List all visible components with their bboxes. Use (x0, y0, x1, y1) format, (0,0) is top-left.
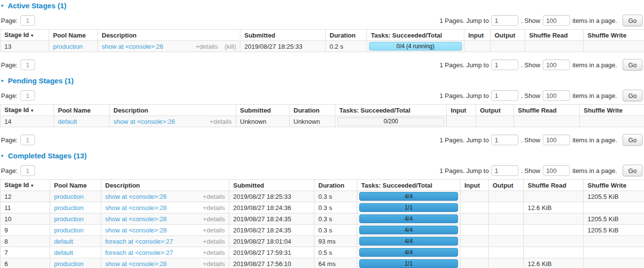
column-header-shuffle-write[interactable]: Shuffle Write (580, 105, 644, 116)
description-link[interactable]: show at <console>:28 (105, 204, 166, 211)
column-header-description[interactable]: Description (110, 105, 236, 116)
tasks-cell: 1/1 (357, 202, 460, 213)
column-header-submitted[interactable]: Submitted (229, 180, 314, 191)
task-progress-bar: 4/4 (359, 192, 458, 201)
show-items-input[interactable] (543, 165, 570, 176)
task-progress-label: 4/4 (360, 226, 458, 234)
jump-to-page-input[interactable] (491, 15, 518, 26)
column-header-output[interactable]: Output (476, 105, 514, 116)
go-button[interactable]: Go (623, 15, 643, 26)
description-cell: show at <console>:28+details (101, 225, 229, 236)
description-link[interactable]: show at <console>:26 (102, 43, 163, 50)
column-header-duration[interactable]: Duration (326, 30, 367, 41)
pending-stages-header[interactable]: ▾ Pending Stages (1) (1, 77, 643, 85)
column-header-description[interactable]: Description (101, 180, 229, 191)
submitted-cell: 2019/08/27 18:25:33 (229, 191, 314, 202)
details-link[interactable]: +details (203, 260, 225, 268)
pool-name-link[interactable]: production (54, 260, 84, 268)
pool-name-link[interactable]: production (54, 215, 84, 223)
details-link[interactable]: +details (203, 215, 225, 223)
description-link[interactable]: show at <console>:28 (105, 215, 166, 223)
page-label: Page: (1, 61, 18, 69)
show-items-input[interactable] (543, 90, 570, 101)
column-header-duration[interactable]: Duration (290, 105, 335, 116)
column-header-shuffle-read[interactable]: Shuffle Read (514, 105, 580, 116)
kill-link[interactable]: (kill) (224, 43, 236, 50)
column-header-submitted[interactable]: Submitted (240, 30, 326, 41)
output-cell (489, 202, 524, 213)
pagination-bar: Page: 1 Pages. Jump to . Show items in a… (1, 165, 643, 176)
page-number-input[interactable] (20, 134, 35, 145)
output-cell (489, 247, 524, 258)
column-header-output[interactable]: Output (491, 30, 525, 41)
column-header-pool-name[interactable]: Pool Name (54, 105, 110, 116)
pagination-bar: Page: 1 Pages. Jump to . Show items in a… (1, 134, 643, 146)
pool-name-link[interactable]: production (53, 43, 83, 50)
column-header-submitted[interactable]: Submitted (236, 105, 290, 116)
description-link[interactable]: show at <console>:28 (105, 227, 166, 234)
pool-name-link[interactable]: default (54, 249, 73, 256)
details-link[interactable]: +details (203, 249, 225, 256)
jump-to-page-input[interactable] (491, 134, 518, 145)
column-header-duration[interactable]: Duration (314, 180, 357, 191)
sort-descending-icon: ▾ (31, 33, 34, 38)
column-header-description[interactable]: Description (98, 30, 240, 41)
tasks-cell: 4/4 (357, 247, 460, 258)
column-header-input[interactable]: Input (447, 105, 476, 116)
page-number-input[interactable] (20, 59, 35, 70)
go-button[interactable]: Go (623, 134, 643, 146)
details-link[interactable]: +details (203, 227, 225, 234)
jump-to-page-input[interactable] (491, 59, 518, 70)
description-link[interactable]: foreach at <console>:27 (105, 238, 173, 245)
page-number-input[interactable] (20, 15, 35, 26)
column-header-stage-id[interactable]: Stage Id▾ (0, 105, 54, 116)
column-header-shuffle-read[interactable]: Shuffle Read (524, 180, 584, 191)
column-header-stage-id[interactable]: Stage Id▾ (0, 180, 50, 191)
show-items-input[interactable] (543, 15, 570, 26)
collapse-arrow-icon: ▾ (1, 153, 3, 158)
completed-stages-header[interactable]: ▾ Completed Stages (13) (1, 152, 643, 160)
show-label: . Show (521, 17, 540, 24)
details-link[interactable]: +details (196, 43, 218, 50)
go-button[interactable]: Go (623, 59, 643, 71)
details-link[interactable]: +details (203, 204, 225, 211)
go-button[interactable]: Go (623, 90, 643, 101)
pool-name-link[interactable]: default (58, 118, 77, 125)
column-header-shuffle-write[interactable]: Shuffle Write (584, 180, 644, 191)
column-header-tasks[interactable]: Tasks: Succeeded/Total (357, 180, 460, 191)
output-cell (489, 225, 524, 236)
show-items-input[interactable] (543, 134, 570, 145)
description-link[interactable]: foreach at <console>:27 (105, 249, 173, 256)
column-header-shuffle-write[interactable]: Shuffle Write (584, 30, 644, 41)
description-link[interactable]: show at <console>:26 (105, 193, 166, 200)
column-header-input[interactable]: Input (460, 180, 489, 191)
pool-name-link[interactable]: production (54, 227, 84, 234)
pool-name-link[interactable]: production (54, 193, 84, 200)
go-button[interactable]: Go (623, 165, 643, 176)
description-link[interactable]: show at <console>:28 (105, 260, 166, 268)
description-link[interactable]: show at <console>:26 (113, 118, 175, 125)
description-cell: show at <console>:26+details (101, 191, 229, 202)
column-header-pool-name[interactable]: Pool Name (49, 30, 98, 41)
jump-to-page-input[interactable] (491, 165, 518, 176)
column-header-pool-name[interactable]: Pool Name (50, 180, 101, 191)
page-number-input[interactable] (20, 165, 35, 176)
show-items-input[interactable] (543, 59, 570, 70)
output-cell (489, 213, 524, 225)
column-header-tasks[interactable]: Tasks: Succeeded/Total (335, 105, 447, 116)
show-label: . Show (521, 61, 540, 69)
jump-to-page-input[interactable] (491, 90, 518, 101)
pool-name-link[interactable]: production (54, 204, 84, 211)
details-link[interactable]: +details (203, 238, 225, 245)
column-header-tasks[interactable]: Tasks: Succeeded/Total (367, 30, 464, 41)
page-number-input[interactable] (20, 90, 35, 101)
active-stages-header[interactable]: ▾ Active Stages (1) (1, 1, 643, 10)
details-link[interactable]: +details (203, 193, 225, 200)
column-header-stage-id[interactable]: Stage Id▾ (0, 30, 49, 41)
column-header-output[interactable]: Output (489, 180, 524, 191)
column-header-input[interactable]: Input (464, 30, 491, 41)
pool-name-link[interactable]: default (54, 238, 73, 245)
duration-cell: Unknown (290, 116, 335, 127)
column-header-shuffle-read[interactable]: Shuffle Read (525, 30, 584, 41)
details-link[interactable]: +details (210, 118, 232, 125)
